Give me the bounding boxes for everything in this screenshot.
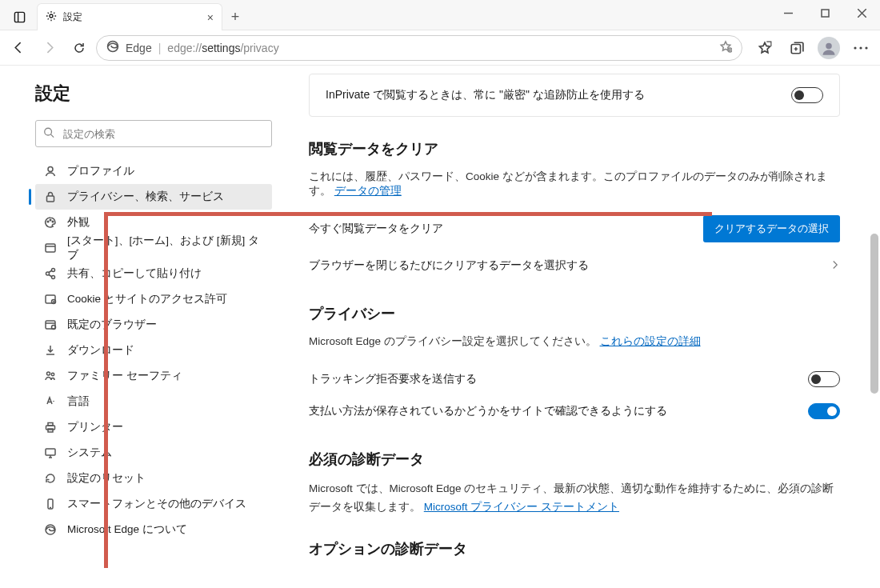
- download-icon: [43, 343, 58, 358]
- privacy-statement-link[interactable]: Microsoft プライバシー ステートメント: [424, 501, 619, 513]
- edge-icon: [43, 522, 58, 537]
- sidebar-item-label: プライバシー、検索、サービス: [67, 190, 224, 204]
- privacy-details-link[interactable]: これらの設定の詳細: [600, 335, 701, 347]
- edge-icon: [106, 40, 119, 55]
- diag-desc: Microsoft では、Microsoft Edge のセキュリティ、最新の状…: [309, 480, 840, 517]
- sidebar-item-9[interactable]: 言語: [35, 389, 272, 414]
- svg-point-28: [52, 326, 56, 330]
- sidebar-item-14[interactable]: Microsoft Edge について: [35, 517, 272, 542]
- clear-on-close-row[interactable]: ブラウザーを閉じるたびにクリアするデータを選択する: [309, 250, 840, 282]
- sidebar-item-label: 外観: [67, 215, 90, 230]
- sidebar-item-label: 既定のブラウザー: [67, 318, 157, 332]
- payment-toggle[interactable]: [808, 403, 840, 419]
- language-icon: [43, 394, 58, 409]
- settings-page: 設定 プロファイルプライバシー、検索、サービス外観[スタート]、[ホーム]、およ…: [0, 66, 880, 588]
- favorite-star-icon[interactable]: [719, 40, 732, 55]
- more-menu-icon[interactable]: [846, 34, 875, 62]
- search-icon: [43, 127, 54, 141]
- profile-icon: [43, 164, 58, 178]
- new-tab-button[interactable]: +: [222, 4, 248, 30]
- maximize-button[interactable]: [806, 0, 843, 26]
- svg-point-22: [52, 269, 55, 272]
- address-brand: Edge: [126, 42, 152, 54]
- sidebar-item-8[interactable]: ファミリー セーフティ: [35, 363, 272, 389]
- svg-point-37: [46, 525, 55, 534]
- svg-point-2: [50, 14, 53, 18]
- svg-point-18: [47, 221, 49, 222]
- settings-heading: 設定: [35, 82, 272, 106]
- sidebar-item-label: 共有、コピーして貼り付け: [67, 266, 202, 281]
- tab-strip: 設定 × +: [6, 0, 770, 30]
- forward-button[interactable]: [35, 34, 62, 62]
- svg-point-24: [52, 276, 55, 279]
- svg-point-13: [865, 46, 867, 49]
- svg-point-14: [45, 128, 52, 135]
- sidebar-item-4[interactable]: 共有、コピーして貼り付け: [35, 261, 272, 286]
- toolbar: Edge | edge://settings/privacy: [0, 30, 880, 66]
- window-controls: [770, 0, 880, 26]
- phone-icon: [43, 497, 58, 511]
- privacy-title: プライバシー: [309, 304, 840, 323]
- scrollbar-thumb[interactable]: [870, 234, 878, 394]
- sidebar-item-3[interactable]: [スタート]、[ホーム]、および [新規] タブ: [35, 235, 272, 261]
- back-button[interactable]: [5, 34, 32, 62]
- svg-rect-32: [48, 423, 53, 426]
- lock-icon: [43, 190, 58, 204]
- sidebar-item-label: 設定のリセット: [67, 471, 146, 486]
- manage-data-link[interactable]: データの管理: [334, 185, 402, 197]
- settings-content: InPrivate で閲覧するときは、常に "厳密" な追跡防止を使用する 閲覧…: [290, 66, 880, 588]
- printer-icon: [43, 420, 58, 434]
- address-bar[interactable]: Edge | edge://settings/privacy: [96, 35, 742, 61]
- clear-data-desc: これには、履歴、パスワード、Cookie などが含まれます。このプロファイルのデ…: [309, 170, 840, 198]
- sidebar-item-13[interactable]: スマートフォンとその他のデバイス: [35, 491, 272, 517]
- svg-point-11: [854, 46, 856, 49]
- profile-avatar[interactable]: [814, 34, 843, 62]
- clear-on-close-label: ブラウザーを閉じるたびにクリアするデータを選択する: [309, 258, 589, 273]
- clear-now-label: 今すぐ閲覧データをクリア: [309, 222, 443, 236]
- sidebar-item-11[interactable]: システム: [35, 440, 272, 466]
- clear-data-title: 閲覧データをクリア: [309, 139, 840, 158]
- sidebar-item-label: ファミリー セーフティ: [67, 369, 182, 383]
- dnt-toggle[interactable]: [808, 371, 840, 387]
- sidebar-item-2[interactable]: 外観: [35, 210, 272, 235]
- sidebar-item-0[interactable]: プロファイル: [35, 158, 272, 184]
- svg-point-12: [859, 46, 862, 49]
- sidebar-item-6[interactable]: 既定のブラウザー: [35, 312, 272, 338]
- svg-rect-0: [14, 12, 24, 22]
- sidebar-item-1[interactable]: プライバシー、検索、サービス: [35, 184, 272, 210]
- browser-tab[interactable]: 設定 ×: [37, 3, 222, 30]
- reload-button[interactable]: [66, 34, 93, 62]
- close-icon[interactable]: ×: [207, 12, 214, 23]
- sidebar-item-12[interactable]: 設定のリセット: [35, 466, 272, 491]
- browser-icon: [43, 318, 58, 332]
- sidebar-item-label: 言語: [67, 394, 90, 409]
- sidebar-item-7[interactable]: ダウンロード: [35, 338, 272, 363]
- sidebar-item-label: プリンター: [67, 420, 123, 434]
- scrollbar[interactable]: [869, 66, 880, 588]
- separator: |: [158, 42, 162, 54]
- inprivate-strict-toggle[interactable]: [791, 87, 823, 103]
- minimize-button[interactable]: [770, 0, 806, 26]
- inprivate-card: InPrivate で閲覧するときは、常に "厳密" な追跡防止を使用する: [309, 74, 840, 117]
- tab-actions-icon[interactable]: [6, 4, 32, 30]
- svg-rect-21: [46, 244, 55, 252]
- family-icon: [43, 369, 58, 383]
- appearance-icon: [43, 215, 58, 230]
- opt-diag-title: オプションの診断データ: [309, 539, 840, 558]
- choose-clear-data-button[interactable]: クリアするデータの選択: [703, 215, 840, 242]
- sidebar-item-label: プロファイル: [67, 164, 134, 178]
- collections-icon[interactable]: [782, 34, 811, 62]
- close-window-button[interactable]: [843, 0, 880, 26]
- dnt-label: トラッキング拒否要求を送信する: [309, 372, 477, 386]
- svg-rect-4: [822, 10, 829, 17]
- sidebar-item-label: Cookie とサイトのアクセス許可: [67, 292, 227, 306]
- system-icon: [43, 446, 58, 460]
- sidebar-item-label: ダウンロード: [67, 343, 134, 358]
- search-input[interactable]: [35, 120, 272, 147]
- sidebar-item-5[interactable]: Cookie とサイトのアクセス許可: [35, 286, 272, 312]
- favorites-icon[interactable]: [750, 34, 779, 62]
- reset-icon: [43, 471, 58, 486]
- svg-rect-34: [46, 449, 55, 455]
- diag-title: 必須の診断データ: [309, 450, 840, 469]
- sidebar-item-10[interactable]: プリンター: [35, 414, 272, 440]
